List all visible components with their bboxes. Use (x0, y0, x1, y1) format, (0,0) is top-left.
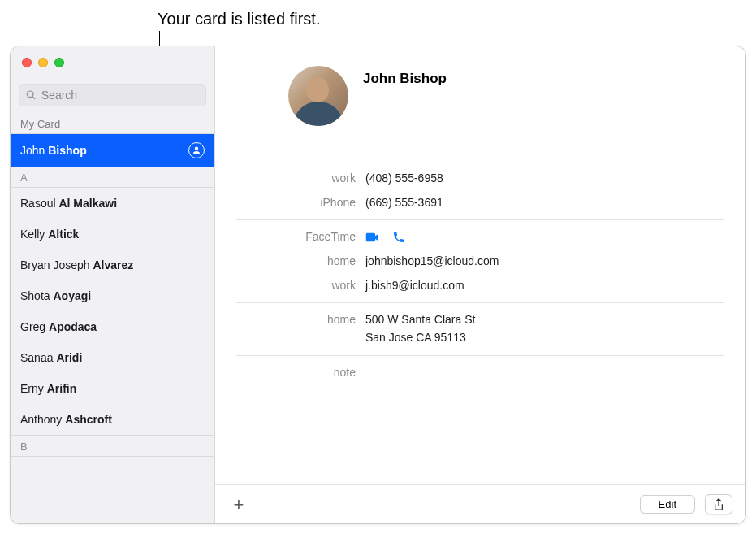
divider (236, 219, 724, 220)
search-field[interactable] (19, 84, 206, 106)
sidebar: My Card John Bishop A Rasoul Al Malkawi … (11, 46, 215, 523)
add-contact-button[interactable]: + (228, 494, 249, 515)
list-item[interactable]: Bryan Joseph Alvarez (11, 250, 214, 280)
callout-text: Your card is listed first. (158, 10, 320, 28)
window-controls (11, 46, 214, 79)
avatar[interactable] (288, 66, 348, 126)
zoom-window-button[interactable] (54, 58, 64, 67)
field-label: home (236, 253, 356, 271)
phone-iphone-row: iPhone (669) 555-3691 (236, 191, 724, 215)
note-row: note (236, 361, 724, 385)
list-item[interactable]: Shota Aoyagi (11, 280, 214, 311)
bottom-toolbar: + Edit (215, 484, 745, 523)
section-letter-b: B (11, 435, 214, 457)
edit-button[interactable]: Edit (640, 495, 695, 514)
list-item[interactable]: Greg Apodaca (11, 311, 214, 342)
list-item[interactable]: Erny Arifin (11, 373, 214, 404)
email-home-row: home johnbishop15@icloud.com (236, 250, 724, 274)
divider (236, 355, 724, 356)
divider (236, 302, 724, 303)
close-window-button[interactable] (22, 58, 32, 67)
list-item[interactable]: Anthony Ashcroft (11, 404, 214, 435)
mycard-section-header: My Card (11, 113, 214, 134)
list-item[interactable]: Rasoul Al Malkawi (11, 188, 214, 219)
list-item[interactable]: Kelly Altick (11, 219, 214, 250)
sidebar-item-mycard[interactable]: John Bishop (11, 134, 214, 167)
search-icon (26, 89, 37, 101)
field-label: FaceTime (236, 228, 356, 246)
detail-header: John Bishop (215, 46, 745, 126)
right-actions: Edit (640, 494, 732, 514)
contacts-window: My Card John Bishop A Rasoul Al Malkawi … (10, 46, 746, 524)
contact-name: John Bishop (363, 66, 447, 87)
person-icon (192, 145, 201, 155)
share-button[interactable] (705, 494, 732, 514)
section-letter-a: A (11, 167, 214, 188)
address-row: home 500 W Santa Clara St San Jose CA 95… (236, 308, 724, 349)
fields: work (408) 555-6958 iPhone (669) 555-369… (215, 167, 745, 385)
address-value[interactable]: 500 W Santa Clara St San Jose CA 95113 (365, 311, 724, 346)
phone-iphone-value[interactable]: (669) 555-3691 (365, 194, 724, 212)
contact-detail: John Bishop work (408) 555-6958 iPhone (… (215, 46, 745, 523)
field-label: note (236, 364, 356, 382)
list-item[interactable]: Sanaa Aridi (11, 342, 214, 373)
facetime-audio-icon[interactable] (391, 231, 406, 244)
email-work-value[interactable]: j.bish9@icloud.com (365, 277, 724, 295)
mycard-badge (188, 142, 205, 158)
phone-work-row: work (408) 555-6958 (236, 167, 724, 191)
search-input[interactable] (41, 89, 199, 102)
facetime-row: FaceTime (236, 225, 724, 250)
field-label: work (236, 277, 356, 295)
minimize-window-button[interactable] (38, 58, 48, 67)
mycard-name: John Bishop (20, 144, 87, 157)
note-value[interactable] (365, 364, 724, 382)
phone-work-value[interactable]: (408) 555-6958 (365, 170, 724, 188)
field-label: home (236, 311, 356, 346)
facetime-actions (365, 228, 724, 246)
search-wrap (11, 79, 214, 113)
contact-list: Rasoul Al Malkawi Kelly Altick Bryan Jos… (11, 188, 214, 523)
email-home-value[interactable]: johnbishop15@icloud.com (365, 253, 724, 271)
facetime-video-icon[interactable] (365, 231, 380, 244)
email-work-row: work j.bish9@icloud.com (236, 274, 724, 298)
field-label: work (236, 170, 356, 188)
field-label: iPhone (236, 194, 356, 212)
plus-icon: + (234, 494, 244, 515)
share-icon (713, 498, 724, 511)
